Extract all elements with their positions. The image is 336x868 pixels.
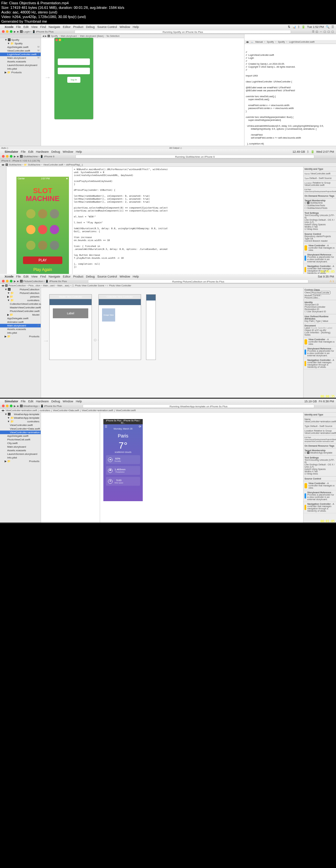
scheme-selector[interactable]: 🅰 Login › 📱 iPhone 6s Plus [20, 30, 54, 33]
photo-vc-scene[interactable] [146, 294, 156, 360]
menu-editor[interactable]: Editor [63, 25, 71, 29]
nav-file-selected[interactable]: Main.storyboardM [0, 324, 41, 328]
scheme[interactable]: 🅰 WeatherApp › 📱 iPhone 6s Plus [20, 405, 62, 408]
nav-file[interactable]: Info.plist [0, 456, 41, 460]
menu-window[interactable]: Window [63, 150, 73, 153]
menu-help[interactable]: Help [76, 150, 82, 153]
clock[interactable]: Sat 9:35 PM [317, 275, 334, 278]
object-library-item[interactable]: View Controller - A controller that mana… [304, 337, 336, 346]
nav-folder[interactable]: ▼ 📁 WeatherApp-template [0, 416, 41, 420]
app-name[interactable]: Simulator [5, 150, 19, 153]
nav-project[interactable]: ▼ 🅰 WeatherApp-template [0, 412, 41, 416]
simulator-screen[interactable]: Carrier2:07 PM■ SLOTMACHINE PLAY Play Ag… [16, 177, 69, 275]
run-button[interactable]: ▶ [14, 280, 16, 283]
master-vc-scene[interactable]: Master View Controller Label [49, 294, 92, 360]
refresh-icon[interactable]: ⟳ [139, 425, 141, 430]
clock[interactable]: Wed 2:07 PM [316, 150, 334, 153]
label-preview[interactable]: Label [53, 308, 88, 318]
toggle-debug[interactable]: ▢ [328, 30, 330, 33]
zoom-button[interactable] [10, 405, 12, 407]
close-button[interactable] [2, 405, 5, 407]
nav-file[interactable]: ViewController.swiftM [0, 49, 41, 53]
spotlight-icon[interactable]: 🔍 [326, 25, 330, 29]
menu-icon[interactable]: ☰ [105, 425, 107, 430]
nav-folder[interactable]: ▶ 📁 Model [0, 313, 41, 317]
scheme[interactable]: 🅰 SlotMachine › 📱 iPhone 6 [20, 155, 55, 158]
run-button[interactable]: ▶ [14, 30, 16, 33]
source-code[interactable]: // // LoginViewController.swift // Login… [246, 51, 335, 146]
menu-product[interactable]: Product [73, 25, 83, 29]
nav-file[interactable]: City.swift [0, 441, 41, 445]
menu-window[interactable]: Window [120, 25, 130, 29]
toggle-utilities[interactable]: ▢ [331, 30, 334, 33]
source-code[interactable]: = NSBundle.mainBundle().URLForResource("… [72, 167, 167, 275]
menu-debug[interactable]: Debug [52, 150, 60, 153]
stop-button[interactable]: ■ [17, 280, 19, 283]
nav-file[interactable]: AppDelegate.swiftM [0, 45, 41, 49]
editor-mode-version[interactable]: ↔ [320, 30, 322, 33]
imageview-preview[interactable]: Image View [102, 308, 115, 321]
battery-icon[interactable]: 🔋 [302, 25, 305, 29]
menu-hardware[interactable]: Hardware [36, 150, 49, 153]
run-button[interactable]: ▶ [14, 155, 16, 158]
nav-folder[interactable]: ▶ 📁 pictures [0, 295, 41, 299]
navigator-collapsed[interactable] [0, 167, 6, 275]
battery-icon[interactable]: 🔋 [311, 150, 314, 153]
nav-folder[interactable]: ▼ 📁 Spotify [0, 42, 41, 45]
storyboard-scene[interactable]: log in [54, 37, 94, 120]
nav-file[interactable]: AppDelegate.swift [0, 434, 41, 438]
object-library-item[interactable]: Storyboard Reference - Provides a placeh… [304, 490, 336, 502]
close-button[interactable] [2, 280, 5, 282]
nav-folder[interactable]: ▶ 📁 Products [0, 335, 41, 338]
nav-folder[interactable]: ▶ 📁 Products [0, 71, 41, 74]
menu-file[interactable]: File [16, 25, 21, 29]
nav-folder[interactable]: ▼ 📁 controllers [0, 420, 41, 423]
scheme[interactable]: 🅰 PictureCollection › 📱 iPhone 6s Plus [20, 280, 67, 283]
jump-bar[interactable]: ◀▶ ViewController+animation.swift | cont… [0, 408, 336, 412]
stop-button[interactable]: ■ [17, 30, 19, 33]
menu-view[interactable]: View [31, 25, 37, 29]
minimize-button[interactable] [6, 30, 8, 33]
nav-file-selected[interactable]: ViewController+animation.swift? [0, 431, 41, 434]
nav-folder[interactable]: ▶ 📁 Products [0, 460, 41, 463]
notification-icon[interactable]: ☰ [331, 25, 334, 29]
storyboard-canvas[interactable]: → Master View Controller Label ○→ Collec… [41, 288, 303, 398]
close-button[interactable] [2, 155, 5, 158]
segue-arrow-icon[interactable]: → [44, 73, 51, 81]
run-button[interactable]: ▶ [14, 405, 16, 408]
nav-file[interactable]: Main.storyboardM [0, 56, 41, 60]
bluetooth-icon[interactable]: ᛒ [298, 25, 300, 29]
bluetooth-icon[interactable]: ᛒ [307, 150, 309, 153]
app-name[interactable]: Simulator [5, 400, 19, 403]
forward-button[interactable]: ▶ [45, 35, 46, 37]
object-library-item[interactable]: Storyboard Reference - Provides a placeh… [304, 346, 336, 358]
istat-icon[interactable]: 📊 [292, 25, 296, 29]
nav-file[interactable]: Info.plist [0, 331, 41, 335]
memory-indicator[interactable]: 15.19 GB [304, 400, 316, 403]
app-name[interactable]: Xcode [5, 25, 13, 29]
menu-file[interactable]: File [21, 150, 26, 153]
nav-file[interactable]: LaunchScreen.storyboard [0, 452, 41, 456]
class-field[interactable] [311, 291, 330, 294]
object-library-item[interactable]: Navigation Controller - A controller tha… [304, 502, 336, 513]
memory-indicator[interactable]: 12.49 GB [293, 150, 305, 153]
nav-file[interactable]: LaunchScreen.storyboard [0, 63, 41, 67]
menu-help[interactable]: Help [133, 25, 139, 29]
back-button[interactable]: ◀ [42, 35, 44, 37]
nav-file[interactable]: Animator.swift [0, 320, 41, 324]
jump-bar[interactable]: ◀▶ 🅰 PictureCollection › Pictu...ction ›… [0, 284, 336, 288]
clock[interactable]: Tue 1:52 PM [307, 25, 324, 29]
entry-arrow-icon[interactable]: → [43, 337, 49, 344]
nav-file[interactable]: Assets.xcassets [0, 328, 41, 331]
app-name[interactable]: Xcode [5, 275, 13, 278]
jump-bar[interactable]: ◀▶ 🅰 SlotMachine › 📁 SlotMachine › ViewC… [0, 163, 336, 167]
nav-folder[interactable]: ▼ 📁 PictureCollection [0, 291, 41, 295]
nav-file[interactable]: Main.storyboard [0, 445, 41, 448]
toggle-navigator[interactable]: ▢ [324, 30, 326, 33]
nav-file[interactable]: PhotoViewController.swift [0, 309, 41, 313]
minimize-button[interactable] [6, 405, 8, 407]
warning-icon[interactable]: ⚠ 1 [330, 280, 334, 283]
stop-button[interactable]: ■ [17, 405, 19, 408]
nav-file[interactable]: CollectionViewController.swift [0, 302, 41, 306]
close-button[interactable] [2, 30, 5, 33]
